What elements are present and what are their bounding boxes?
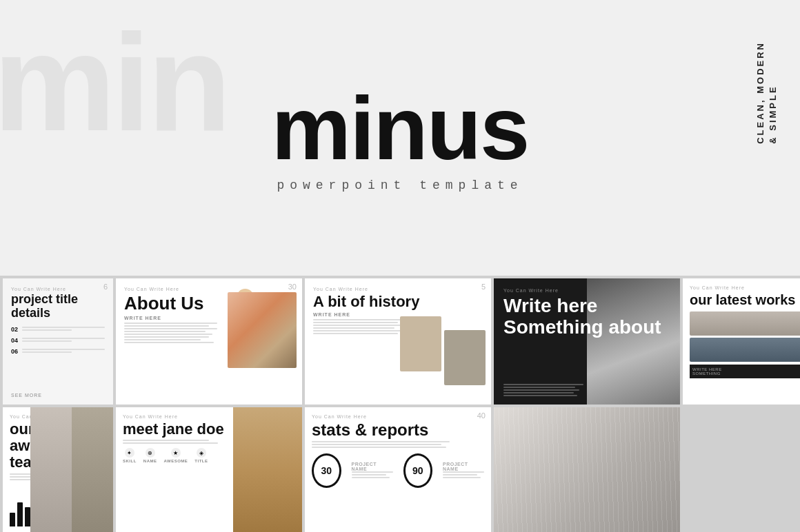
- work-image-1: [690, 311, 800, 336]
- latest-title: our latest works: [690, 292, 800, 307]
- slide-label: You Can Write Here: [312, 414, 484, 419]
- team-photo-1: [30, 407, 72, 532]
- list-lines: [22, 327, 105, 332]
- name-icon: ⊕: [146, 448, 155, 458]
- slide-label: You Can Write Here: [503, 288, 670, 293]
- slide-meet-jane: 17 You Can Write Here meet jane doe ✦ SK…: [116, 407, 302, 532]
- slide-stats-reports: 40 You Can Write Here stats & reports 30…: [305, 407, 491, 532]
- slide-label: You Can Write Here: [124, 287, 294, 291]
- stats-title: stats & reports: [312, 421, 484, 439]
- see-more: SEE MORE: [11, 393, 42, 398]
- list-num: 04: [11, 337, 19, 344]
- title-icon: ◈: [197, 448, 206, 458]
- slide-write-dark: You Can Write Here Write here Something …: [494, 278, 680, 405]
- project-name-2: PROJECT NAME: [443, 462, 484, 471]
- watermark-text: min: [0, 14, 228, 152]
- list-lines: [22, 349, 105, 354]
- list-item: 02: [11, 326, 105, 333]
- slide-team: 40 You Can Write Here our awesome team: [3, 407, 113, 532]
- work-image-2: [690, 338, 800, 362]
- list-items: 02 04 06: [11, 326, 105, 355]
- hero-title: minus: [272, 83, 529, 173]
- slide-number: 40: [477, 411, 486, 420]
- skill-label: SKILL: [123, 459, 137, 463]
- slide-number: 6: [103, 283, 108, 291]
- hero-subtitle: powerpoint template: [277, 178, 523, 192]
- slide-number: 30: [288, 283, 297, 291]
- slide-label: You Can Write Here: [690, 285, 800, 290]
- team-photos: [30, 407, 113, 532]
- name-label: NAME: [143, 459, 157, 463]
- list-item: 06: [11, 348, 105, 355]
- slide-label: You Can Write Here: [11, 287, 105, 291]
- write-dark-title: Write here Something about: [503, 296, 670, 338]
- stat-info-2: PROJECT NAME: [443, 462, 484, 480]
- stat-circle-2: 90: [403, 453, 433, 488]
- circles-row: 30 PROJECT NAME 90 PROJECT NAME: [312, 453, 484, 488]
- list-item: 04: [11, 337, 105, 344]
- write-here-box: WRITE HERESOMETHING: [690, 365, 800, 378]
- team-photo-2: [72, 407, 113, 532]
- slides-grid: 6 You Can Write Here project title detai…: [0, 276, 800, 532]
- works-images: [690, 311, 800, 362]
- slide-project-title: 6 You Can Write Here project title detai…: [3, 278, 113, 405]
- icon-item-awesome: ★ AWESOME: [164, 448, 188, 463]
- bar: [10, 513, 15, 526]
- project-title: project title details: [11, 293, 105, 320]
- bar: [25, 507, 30, 526]
- stat-info-1: PROJECT NAME: [352, 462, 393, 480]
- about-image: [228, 292, 297, 368]
- icon-item-skill: ✦ SKILL: [123, 448, 137, 463]
- awesome-icon: ★: [171, 448, 181, 458]
- proj-lines-2: [443, 471, 484, 480]
- history-image-row: [400, 316, 486, 385]
- history-image-1: [400, 316, 441, 371]
- slide-history: 5 You Can Write Here A bit of history WR…: [305, 278, 491, 405]
- stat-circle-1: 30: [312, 453, 341, 488]
- bar: [17, 502, 23, 526]
- history-title: A bit of history: [313, 293, 483, 311]
- write-dark-text-lines: [503, 384, 583, 398]
- arch-lines: [494, 407, 680, 532]
- hero-section: min CLEAN, MODERN& SIMPLE minus powerpoi…: [0, 0, 800, 276]
- slide-architectural: [494, 407, 680, 532]
- title-label: TITLE: [194, 459, 208, 463]
- stat-num-1: 30: [321, 465, 332, 476]
- slide-latest-works: You Can Write Here our latest works WRIT…: [683, 278, 800, 405]
- proj-lines-1: [352, 471, 393, 480]
- list-num: 06: [11, 348, 19, 355]
- skill-icon: ✦: [125, 448, 134, 458]
- slide-label: You Can Write Here: [313, 287, 483, 291]
- awesome-label: AWESOME: [164, 459, 188, 463]
- list-num: 02: [11, 326, 19, 333]
- icon-item-title: ◈ TITLE: [194, 448, 208, 463]
- project-name-1: PROJECT NAME: [352, 462, 393, 471]
- jane-photo: [233, 407, 302, 532]
- icon-item-name: ⊕ NAME: [143, 448, 157, 463]
- slide-number: 5: [481, 283, 486, 291]
- slide-about: 30 You Can Write Here About Us WRITE HER…: [116, 278, 302, 405]
- stat-num-2: 90: [412, 465, 423, 476]
- list-lines: [22, 338, 105, 343]
- history-image-2: [444, 330, 486, 385]
- stats-text-lines: [312, 441, 484, 448]
- tagline-vertical: CLEAN, MODERN& SIMPLE: [754, 41, 779, 144]
